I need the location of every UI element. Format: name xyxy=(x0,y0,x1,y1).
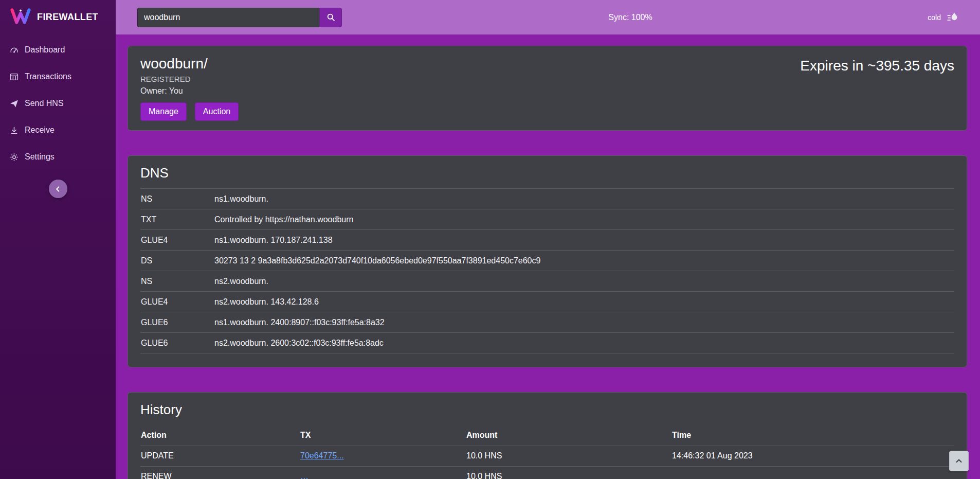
domain-owner: Owner: You xyxy=(140,86,239,96)
dns-record-type: NS xyxy=(140,189,214,209)
domain-card: woodburn/ REGISTERED Owner: You ManageAu… xyxy=(128,46,967,131)
auction-button[interactable]: Auction xyxy=(195,102,239,121)
sidebar-item-label: Receive xyxy=(25,126,55,135)
dns-record-type: GLUE4 xyxy=(140,292,214,312)
history-column-amount: Amount xyxy=(466,425,672,446)
dns-record-row: NSns2.woodburn. xyxy=(140,271,954,292)
firewallet-logo-icon xyxy=(10,8,31,27)
dns-record-row: GLUE6ns1.woodburn. 2400:8907::f03c:93ff:… xyxy=(140,312,954,333)
dashboard-icon xyxy=(10,46,19,55)
dns-record-type: GLUE4 xyxy=(140,230,214,251)
wallet-indicator: cold xyxy=(928,0,961,34)
main-region: Sync: 100% cold woodburn/ REGISTERED Own… xyxy=(116,0,980,479)
dns-record-value: ns2.woodburn. 143.42.128.6 xyxy=(214,292,954,312)
sync-status: Sync: 100% xyxy=(608,13,652,22)
manage-button[interactable]: Manage xyxy=(140,102,187,121)
history-action: RENEW xyxy=(140,466,300,479)
brand-name: FIREWALLET xyxy=(37,12,98,23)
history-card: History ActionTXAmountTime UPDATE70e6477… xyxy=(128,392,967,479)
history-table: ActionTXAmountTime UPDATE70e64775...10.0… xyxy=(140,425,954,479)
transactions-icon xyxy=(10,73,19,81)
history-column-action: Action xyxy=(140,425,300,446)
dns-heading: DNS xyxy=(140,165,954,181)
search-group xyxy=(137,8,342,27)
domain-actions: ManageAuction xyxy=(140,102,239,121)
sidebar-item-dashboard[interactable]: Dashboard xyxy=(0,37,116,63)
dns-record-type: NS xyxy=(140,271,214,292)
dns-record-type: TXT xyxy=(140,209,214,230)
search-input[interactable] xyxy=(137,8,319,27)
wallet-temperature-label: cold xyxy=(928,13,941,22)
dns-record-row: DS30273 13 2 9a3a8fb3d625d2a2073d740f10d… xyxy=(140,251,954,271)
app-root: FIREWALLET DashboardTransactionsSend HNS… xyxy=(0,0,980,479)
dns-record-value: 30273 13 2 9a3a8fb3d625d2a2073d740f10da6… xyxy=(214,251,954,271)
dns-record-value: ns1.woodburn. 2400:8907::f03c:93ff:fe5a:… xyxy=(214,312,954,333)
dns-record-type: GLUE6 xyxy=(140,333,214,353)
dns-record-row: GLUE4ns2.woodburn. 143.42.128.6 xyxy=(140,292,954,312)
flame-icon xyxy=(946,10,961,24)
tx-link[interactable]: … xyxy=(300,472,308,479)
dns-record-row: GLUE6ns2.woodburn. 2600:3c02::f03c:93ff:… xyxy=(140,333,954,353)
topbar: Sync: 100% cold xyxy=(116,0,980,34)
dns-record-type: GLUE6 xyxy=(140,312,214,333)
settings-icon xyxy=(10,153,19,162)
dns-card: DNS NSns1.woodburn.TXTControlled by http… xyxy=(128,155,967,367)
search-button[interactable] xyxy=(319,8,342,27)
history-action: UPDATE xyxy=(140,446,300,466)
dns-record-type: DS xyxy=(140,251,214,271)
dns-record-row: NSns1.woodburn. xyxy=(140,189,954,209)
sidebar-collapse-button[interactable] xyxy=(49,180,67,198)
dns-record-row: GLUE4ns1.woodburn. 170.187.241.138 xyxy=(140,230,954,251)
history-heading: History xyxy=(140,402,954,418)
magnifier-icon xyxy=(326,13,335,22)
sidebar-item-label: Dashboard xyxy=(25,45,65,55)
history-column-tx: TX xyxy=(300,425,466,446)
domain-expiry: Expires in ~395.35 days xyxy=(800,58,954,74)
send-icon xyxy=(10,99,19,108)
history-amount: 10.0 HNS xyxy=(466,446,672,466)
sidebar-nav: DashboardTransactionsSend HNSReceiveSett… xyxy=(0,34,116,170)
sidebar-item-label: Settings xyxy=(25,152,55,162)
history-amount: 10.0 HNS xyxy=(466,466,672,479)
domain-info: woodburn/ REGISTERED Owner: You ManageAu… xyxy=(140,56,239,121)
history-row: RENEW…10.0 HNS xyxy=(140,466,954,479)
chevron-up-icon xyxy=(955,457,963,465)
history-row: UPDATE70e64775...10.0 HNS14:46:32 01 Aug… xyxy=(140,446,954,466)
dns-record-value: ns1.woodburn. 170.187.241.138 xyxy=(214,230,954,251)
domain-status: REGISTERED xyxy=(140,75,239,83)
sidebar-item-transactions[interactable]: Transactions xyxy=(0,63,116,90)
chevron-left-icon xyxy=(54,185,62,193)
scroll-top-button[interactable] xyxy=(949,451,969,471)
dns-record-value: ns2.woodburn. 2600:3c02::f03c:93ff:fe5a:… xyxy=(214,333,954,353)
history-time xyxy=(672,466,954,479)
receive-icon xyxy=(10,126,19,135)
sidebar-item-label: Send HNS xyxy=(25,99,64,108)
sidebar-item-receive[interactable]: Receive xyxy=(0,117,116,144)
sidebar-item-label: Transactions xyxy=(25,72,71,81)
sidebar-item-settings[interactable]: Settings xyxy=(0,144,116,170)
dns-record-value: ns2.woodburn. xyxy=(214,271,954,292)
dns-table: NSns1.woodburn.TXTControlled by https://… xyxy=(140,188,954,353)
dns-record-value: Controlled by https://nathan.woodburn xyxy=(214,209,954,230)
dns-record-row: TXTControlled by https://nathan.woodburn xyxy=(140,209,954,230)
brand[interactable]: FIREWALLET xyxy=(0,0,116,34)
tx-link[interactable]: 70e64775... xyxy=(300,451,344,460)
history-header-row: ActionTXAmountTime xyxy=(140,425,954,446)
sidebar: FIREWALLET DashboardTransactionsSend HNS… xyxy=(0,0,116,479)
domain-title: woodburn/ xyxy=(140,56,239,72)
history-column-time: Time xyxy=(672,425,954,446)
history-time: 14:46:32 01 Aug 2023 xyxy=(672,446,954,466)
dns-record-value: ns1.woodburn. xyxy=(214,189,954,209)
sidebar-item-send-hns[interactable]: Send HNS xyxy=(0,90,116,117)
content: woodburn/ REGISTERED Owner: You ManageAu… xyxy=(116,34,980,479)
